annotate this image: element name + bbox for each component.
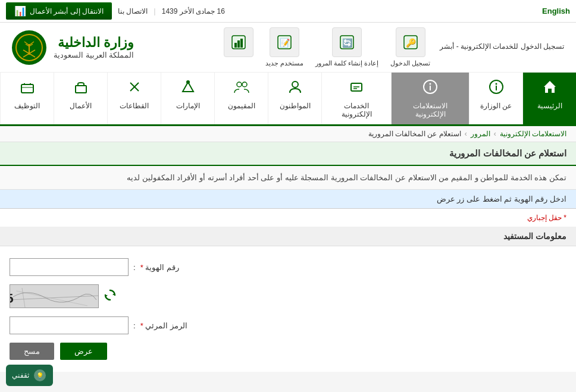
mandatory-note: * حقل إجباري [0, 209, 576, 227]
form-buttons: عرض مسح [10, 343, 566, 360]
display-button[interactable]: عرض [60, 343, 107, 360]
svg-point-31 [186, 80, 190, 84]
nav-item-inquiries[interactable]: الاستعلامات الإلكترونية [391, 73, 469, 124]
nav-item-citizens[interactable]: المواطنون [268, 73, 321, 124]
refresh-icon [104, 288, 117, 302]
login-icon-new-user[interactable]: 📝 مستخدم جديد [265, 27, 303, 67]
breadcrumb-link-inquiries[interactable]: الاستعلامات الإلكترونية [500, 130, 566, 138]
captcha-row: 3235 [10, 284, 566, 308]
section-title: استعلام عن المخالفات المرورية [449, 148, 566, 158]
captcha-refresh-button[interactable] [104, 288, 117, 305]
svg-point-23 [430, 83, 431, 85]
logo-text: وزارة الداخلية المملكة العربية السعودية [54, 35, 134, 59]
form-section-title: معلومات المستفيد [0, 227, 576, 246]
tafanni-icon: 💡 [33, 368, 47, 382]
eservices-svg-icon [348, 79, 365, 95]
contact-link[interactable]: الاتصال بنا [118, 7, 148, 15]
form-area: رقم الهوية * : [0, 246, 576, 372]
id-number-row: رقم الهوية * : [10, 258, 566, 276]
login-icons: 🔑 تسجيل الدخول 🔄 إعادة إنشاء كلمة المرور [224, 27, 430, 67]
reset-icon-box: 🔄 [332, 27, 362, 57]
reset-svg-icon: 🔄 [338, 33, 356, 51]
home-svg-icon [541, 79, 558, 95]
absher-business-button[interactable]: الانتقال إلى أبشر الأعمال 📊 [6, 2, 112, 20]
svg-marker-18 [544, 81, 556, 93]
residents-svg-icon [233, 79, 250, 95]
svg-rect-35 [21, 84, 33, 93]
svg-point-30 [242, 82, 247, 87]
id-required-mark: * [140, 263, 143, 272]
emblem-svg [15, 33, 43, 62]
site-header: تسجيل الدخول للخدمات الإلكترونية - أبشر … [0, 23, 576, 73]
new-user-svg-icon: 📝 [276, 33, 293, 51]
nav-label-citizens: المواطنون [280, 102, 311, 110]
nav-item-about[interactable]: عن الوزارة [469, 73, 522, 124]
nav-item-eservices[interactable]: الخدمات الإلكترونية [321, 73, 391, 124]
eservices-icon [348, 79, 365, 99]
login-icon-stats[interactable] [224, 27, 253, 67]
top-bar-right: English [542, 7, 570, 15]
svg-text:🔄: 🔄 [342, 38, 353, 48]
svg-rect-34 [76, 86, 86, 93]
verification-code-input[interactable] [10, 316, 129, 334]
nav-bar: الرئيسية عن الوزارة الاستعلامات الإل [0, 73, 576, 124]
jobs-svg-icon [19, 79, 36, 95]
login-section: تسجيل الدخول للخدمات الإلكترونية - أبشر … [224, 27, 564, 67]
id-number-label: رقم الهوية * [140, 263, 179, 272]
nav-item-sectors[interactable]: القطاعات [107, 73, 161, 124]
breadcrumb-sep-2: › [465, 130, 467, 138]
login-icon-reset[interactable]: 🔄 إعادة إنشاء كلمة المرور [315, 27, 378, 67]
verification-code-row: الرمز المرئي * : [10, 316, 566, 334]
citizens-svg-icon [287, 79, 303, 95]
nav-label-jobs: التوظيف [14, 102, 40, 110]
about-svg-icon [488, 79, 505, 95]
section-header: استعلام عن المخالفات المرورية [0, 142, 576, 166]
nav-item-business[interactable]: الأعمال [54, 73, 107, 124]
logo-area: وزارة الداخلية المملكة العربية السعودية [12, 30, 134, 65]
sectors-svg-icon [126, 79, 143, 95]
breadcrumb-link-traffic[interactable]: المرور [471, 130, 490, 138]
business-svg-icon [73, 79, 89, 95]
tafanni-badge: 💡 ثقفني [6, 365, 53, 386]
top-bar: English 16 جمادى الأخر 1439 | الاتصال بن… [0, 0, 576, 23]
svg-text:🔑: 🔑 [405, 38, 416, 48]
svg-rect-7 [234, 43, 237, 48]
svg-point-29 [237, 82, 242, 87]
citizens-icon [287, 79, 303, 99]
nav-item-jobs[interactable]: التوظيف [0, 73, 54, 124]
nav-item-residents[interactable]: المقيمون [214, 73, 268, 124]
business-icon [73, 79, 89, 99]
verification-label: الرمز المرئي * [140, 321, 187, 330]
nav-label-eservices: الخدمات الإلكترونية [331, 102, 381, 118]
tafanni-label: ثقفني [12, 371, 29, 380]
login-icon-signin[interactable]: 🔑 تسجيل الدخول [390, 27, 430, 67]
nav-label-sectors: القطاعات [120, 102, 149, 110]
about-icon [488, 79, 505, 99]
emirates-icon [180, 79, 196, 99]
nav-item-emirates[interactable]: الإمارات [161, 73, 214, 124]
verification-required-mark: * [140, 321, 143, 330]
clear-button[interactable]: مسح [10, 343, 54, 360]
svg-text:3235: 3235 [10, 291, 18, 308]
main-content: استعلام عن المخالفات المرورية تمكن هذه ا… [0, 142, 576, 372]
signin-svg-icon: 🔑 [402, 33, 420, 51]
ministry-title: وزارة الداخلية [54, 35, 134, 51]
inquiries-svg-icon [422, 79, 439, 95]
svg-point-28 [292, 81, 298, 87]
svg-text:💡: 💡 [36, 372, 44, 380]
svg-rect-9 [240, 39, 243, 48]
hint-bar: ادخل رقم الهوية ثم اضغط على زر عرض [0, 190, 576, 209]
english-link[interactable]: English [542, 7, 570, 15]
nav-item-home[interactable]: الرئيسية [522, 73, 576, 124]
svg-point-20 [495, 83, 497, 85]
inquiries-icon [422, 79, 439, 99]
stats-svg-icon [230, 33, 248, 51]
emirates-svg-icon [180, 79, 196, 95]
breadcrumb-sep-1: › [494, 130, 496, 138]
nav-bar-wrapper: الرئيسية عن الوزارة الاستعلامات الإل [0, 73, 576, 126]
id-number-input[interactable] [10, 258, 129, 276]
hijri-date: 16 جمادى الأخر 1439 [162, 7, 225, 15]
sectors-icon [126, 79, 143, 99]
svg-rect-8 [237, 40, 240, 48]
ministry-subtitle: المملكة العربية السعودية [54, 51, 134, 59]
